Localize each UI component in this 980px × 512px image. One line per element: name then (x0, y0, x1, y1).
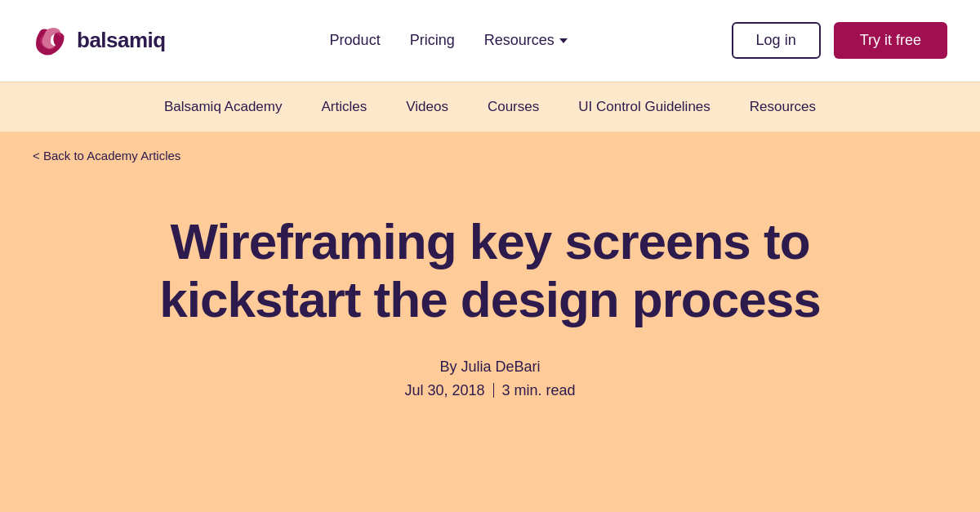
article-date: Jul 30, 2018 (404, 382, 484, 399)
balsamiq-logo-icon (33, 23, 69, 59)
back-link-wrapper: < Back to Academy Articles (0, 132, 980, 180)
subnav-item-resources[interactable]: Resources (750, 99, 816, 115)
article-hero: Wireframing key screens to kickstart the… (0, 180, 980, 448)
chevron-down-icon (559, 38, 568, 43)
nav-resources[interactable]: Resources (484, 32, 568, 49)
navbar-actions: Log in Try it free (732, 22, 947, 59)
article-meta: By Julia DeBari Jul 30, 2018 3 min. read (404, 358, 575, 399)
subnav-item-articles[interactable]: Articles (322, 99, 368, 115)
subnav-item-courses[interactable]: Courses (488, 99, 539, 115)
subnav: Balsamiq Academy Articles Videos Courses… (0, 82, 980, 132)
nav-links: Product Pricing Resources (330, 32, 568, 49)
subnav-item-videos[interactable]: Videos (406, 99, 448, 115)
article-read-time: 3 min. read (502, 382, 576, 399)
logo-text: balsamiq (77, 28, 166, 53)
date-separator (493, 383, 494, 398)
subnav-item-ui-guidelines[interactable]: UI Control Guidelines (578, 99, 710, 115)
subnav-item-academy[interactable]: Balsamiq Academy (164, 99, 283, 115)
navbar: balsamiq Product Pricing Resources Log i… (0, 0, 980, 82)
article-title: Wireframing key screens to kickstart the… (102, 212, 878, 329)
back-link[interactable]: < Back to Academy Articles (33, 149, 180, 163)
nav-pricing[interactable]: Pricing (410, 32, 455, 49)
nav-product[interactable]: Product (330, 32, 381, 49)
login-button[interactable]: Log in (732, 22, 821, 59)
nav-resources-label: Resources (484, 32, 555, 49)
logo-area: balsamiq (33, 23, 166, 59)
article-date-read: Jul 30, 2018 3 min. read (404, 382, 575, 399)
article-author: By Julia DeBari (439, 358, 540, 376)
try-free-button[interactable]: Try it free (834, 22, 947, 59)
